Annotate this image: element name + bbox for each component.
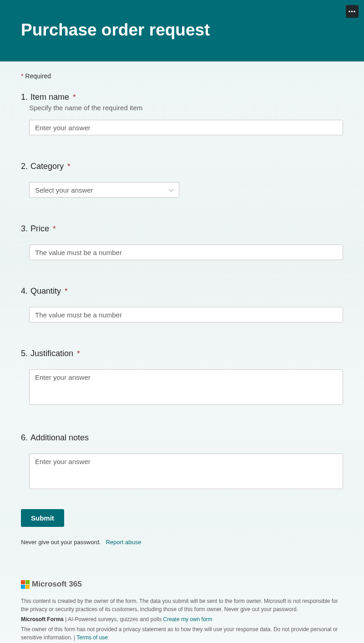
question-number: 2. bbox=[21, 162, 28, 171]
required-star-icon: * bbox=[65, 287, 68, 296]
price-input[interactable] bbox=[29, 245, 343, 260]
report-abuse-link[interactable]: Report abuse bbox=[106, 539, 141, 546]
create-form-link[interactable]: Create my own form bbox=[163, 616, 212, 623]
required-label: Required bbox=[25, 72, 51, 80]
question-number: 6. bbox=[21, 433, 28, 443]
question-header: 3. Price * bbox=[21, 224, 343, 234]
form-header: Purchase order request ••• bbox=[0, 0, 364, 61]
question-number: 1. bbox=[21, 92, 28, 102]
required-star-icon: * bbox=[73, 93, 76, 102]
privacy-text: The owner of this form has not provided … bbox=[21, 626, 338, 641]
logo-text: Microsoft 365 bbox=[32, 580, 82, 589]
required-indicator-note: * Required bbox=[21, 72, 343, 80]
question-justification: 5. Justification * bbox=[21, 349, 343, 407]
form-title: Purchase order request bbox=[21, 20, 364, 40]
warning-text: Never give out your password. bbox=[21, 539, 101, 546]
question-label: Price bbox=[30, 224, 49, 234]
question-quantity: 4. Quantity * bbox=[21, 286, 343, 322]
submit-button[interactable]: Submit bbox=[21, 509, 64, 527]
form-content: * Required 1. Item name * Specify the na… bbox=[0, 61, 364, 546]
question-header: 1. Item name * bbox=[21, 92, 343, 102]
question-label: Additional notes bbox=[30, 433, 89, 443]
question-description: Specify the name of the required item bbox=[29, 104, 343, 112]
terms-link[interactable]: Terms of use bbox=[76, 634, 108, 641]
footer: Microsoft 365 This content is created by… bbox=[0, 580, 364, 643]
submit-area: Submit bbox=[21, 509, 343, 527]
quantity-input[interactable] bbox=[29, 307, 343, 322]
question-header: 4. Quantity * bbox=[21, 286, 343, 296]
question-header: 2. Category * bbox=[21, 162, 343, 171]
question-category: 2. Category * Select your answer bbox=[21, 162, 343, 198]
required-star-icon: * bbox=[77, 349, 80, 358]
footer-privacy-line: The owner of this form has not provided … bbox=[21, 625, 343, 642]
forms-desc: | AI-Powered surveys, quizzes and polls bbox=[64, 616, 163, 623]
footer-disclaimer: This content is created by the owner of … bbox=[21, 597, 343, 613]
more-menu-button[interactable]: ••• bbox=[346, 5, 359, 18]
question-additional-notes: 6. Additional notes bbox=[21, 433, 343, 491]
question-label: Category bbox=[30, 162, 64, 171]
question-label: Justification bbox=[30, 349, 73, 358]
required-star-icon: * bbox=[67, 162, 71, 171]
required-star-icon: * bbox=[53, 225, 56, 234]
question-number: 5. bbox=[21, 349, 28, 358]
question-header: 6. Additional notes bbox=[21, 433, 343, 443]
question-number: 3. bbox=[21, 224, 28, 234]
footer-forms-line: Microsoft Forms | AI-Powered surveys, qu… bbox=[21, 615, 343, 623]
question-item-name: 1. Item name * Specify the name of the r… bbox=[21, 92, 343, 135]
required-star-icon: * bbox=[21, 72, 23, 80]
item-name-input[interactable] bbox=[29, 120, 343, 135]
microsoft-logo: Microsoft 365 bbox=[21, 580, 343, 589]
question-label: Quantity bbox=[30, 286, 61, 296]
microsoft-icon bbox=[21, 580, 30, 589]
forms-label: Microsoft Forms bbox=[21, 616, 64, 623]
password-warning: Never give out your password. Report abu… bbox=[21, 539, 343, 546]
additional-notes-input[interactable] bbox=[29, 454, 343, 489]
question-label: Item name bbox=[30, 92, 69, 102]
more-icon: ••• bbox=[349, 9, 356, 15]
question-number: 4. bbox=[21, 286, 28, 296]
category-select[interactable]: Select your answer bbox=[29, 182, 179, 198]
question-header: 5. Justification * bbox=[21, 349, 343, 358]
question-price: 3. Price * bbox=[21, 224, 343, 260]
justification-input[interactable] bbox=[29, 369, 343, 405]
